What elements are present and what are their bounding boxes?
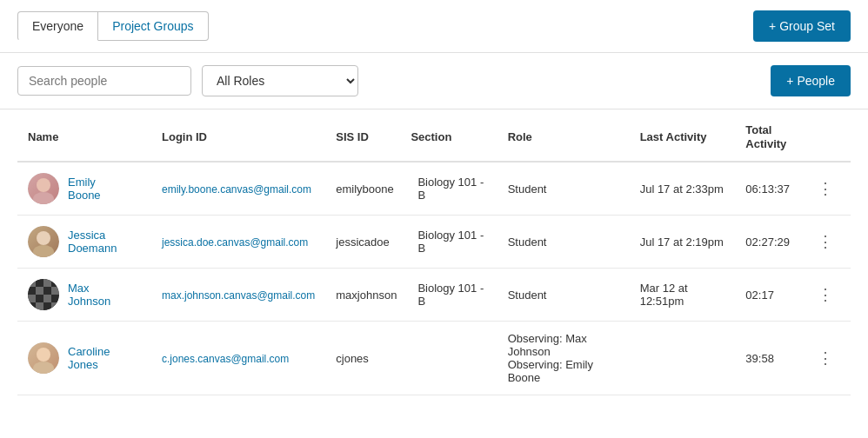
cell-total-activity: 02:27:29 xyxy=(735,216,800,269)
person-link[interactable]: CarolineJones xyxy=(68,345,110,371)
svg-rect-7 xyxy=(43,279,51,287)
row-more-button[interactable]: ⋮ xyxy=(811,176,840,202)
svg-point-3 xyxy=(33,245,54,257)
cell-role: Observing: Max JohnsonObserving: Emily B… xyxy=(497,322,630,395)
person-link[interactable]: MaxJohnson xyxy=(68,282,110,308)
avatar xyxy=(28,173,59,204)
people-table: Name Login ID SIS ID Section Role Last A… xyxy=(17,110,851,395)
col-section[interactable]: Section xyxy=(411,130,451,143)
cell-last-activity: Jul 17 at 2:33pm xyxy=(630,162,736,216)
search-controls: All Roles Student Teacher TA Observer De… xyxy=(17,65,358,96)
col-role: Role xyxy=(497,110,630,162)
table-row: JessicaDoemann jessica.doe.canvas@gmail.… xyxy=(17,216,851,269)
col-section-wrap: Section xyxy=(407,110,497,162)
people-table-container: Name Login ID SIS ID Section Role Last A… xyxy=(0,110,868,395)
cell-login-id: jessicadoe xyxy=(325,216,407,269)
cell-role: Student xyxy=(497,216,630,269)
svg-point-0 xyxy=(37,178,50,192)
col-login-id: Login ID xyxy=(151,110,325,162)
cell-section: Biology 101 - B xyxy=(407,269,497,322)
email-text: c.jones.canvas@gmail.com xyxy=(162,353,289,365)
row-more-button[interactable]: ⋮ xyxy=(811,345,840,371)
avatar xyxy=(28,226,59,257)
cell-role: Student xyxy=(497,269,630,322)
cell-section: Biology 101 - B xyxy=(407,216,497,269)
svg-rect-11 xyxy=(43,295,51,302)
col-name: Name xyxy=(17,110,151,162)
svg-point-1 xyxy=(33,192,54,204)
table-row: MaxJohnson max.johnson.canvas@gmail.com … xyxy=(17,269,851,322)
cell-name: MaxJohnson xyxy=(17,269,151,322)
cell-login-id: emilyboone xyxy=(325,162,407,216)
col-last-activity: Last Activity xyxy=(630,110,736,162)
cell-email: emily.boone.canvas@gmail.com xyxy=(151,162,325,216)
search-input[interactable] xyxy=(17,66,191,96)
svg-rect-10 xyxy=(36,302,43,310)
search-bar: All Roles Student Teacher TA Observer De… xyxy=(0,53,868,110)
svg-point-14 xyxy=(33,362,54,374)
col-actions xyxy=(800,110,851,162)
cell-name: EmilyBoone xyxy=(17,162,151,216)
tabs: Everyone Project Groups xyxy=(17,11,209,41)
table-row: CarolineJones c.jones.canvas@gmail.com c… xyxy=(17,322,851,395)
cell-last-activity: Mar 12 at 12:51pm xyxy=(630,269,736,322)
add-people-button[interactable]: + People xyxy=(771,65,851,96)
svg-point-2 xyxy=(37,231,50,245)
avatar xyxy=(28,342,59,374)
cell-actions: ⋮ xyxy=(800,162,851,216)
svg-rect-6 xyxy=(36,287,43,295)
svg-point-13 xyxy=(37,348,50,362)
cell-login-id: maxjohnson xyxy=(325,269,407,322)
col-sis-id: SIS ID xyxy=(325,110,407,162)
group-set-button[interactable]: + Group Set xyxy=(753,10,851,42)
col-total-activity: TotalActivity xyxy=(735,110,800,162)
cell-actions: ⋮ xyxy=(800,269,851,322)
svg-rect-9 xyxy=(28,295,36,302)
cell-total-activity: 06:13:37 xyxy=(735,162,800,216)
cell-email: max.johnson.canvas@gmail.com xyxy=(151,269,325,322)
top-bar: Everyone Project Groups + Group Set xyxy=(0,0,868,53)
cell-role: Student xyxy=(497,162,630,216)
cell-name: CarolineJones xyxy=(17,322,151,395)
svg-rect-8 xyxy=(51,287,59,295)
cell-email: c.jones.canvas@gmail.com xyxy=(151,322,325,395)
cell-last-activity: Jul 17 at 2:19pm xyxy=(630,216,736,269)
row-more-button[interactable]: ⋮ xyxy=(811,282,840,308)
cell-email: jessica.doe.canvas@gmail.com xyxy=(151,216,325,269)
person-link[interactable]: JessicaDoemann xyxy=(68,229,117,255)
cell-last-activity xyxy=(630,322,736,395)
cell-login-id: cjones xyxy=(325,322,407,395)
cell-actions: ⋮ xyxy=(800,216,851,269)
row-more-button[interactable]: ⋮ xyxy=(811,229,840,255)
email-text: jessica.doe.canvas@gmail.com xyxy=(162,236,308,249)
cell-section xyxy=(407,322,497,395)
svg-rect-12 xyxy=(51,302,59,310)
cell-total-activity: 02:17 xyxy=(735,269,800,322)
avatar xyxy=(28,279,59,310)
cell-total-activity: 39:58 xyxy=(735,322,800,395)
table-row: EmilyBoone emily.boone.canvas@gmail.com … xyxy=(17,162,851,216)
roles-dropdown[interactable]: All Roles Student Teacher TA Observer De… xyxy=(202,65,358,96)
svg-rect-5 xyxy=(28,279,36,287)
person-link[interactable]: EmilyBoone xyxy=(68,176,101,202)
email-text: max.johnson.canvas@gmail.com xyxy=(162,289,315,302)
email-text: emily.boone.canvas@gmail.com xyxy=(162,183,311,196)
cell-actions: ⋮ xyxy=(800,322,851,395)
cell-section: Biology 101 - B xyxy=(407,162,497,216)
tab-project-groups[interactable]: Project Groups xyxy=(98,11,208,41)
table-header-row: Name Login ID SIS ID Section Role Last A… xyxy=(17,110,851,162)
tab-everyone[interactable]: Everyone xyxy=(17,11,98,41)
cell-name: JessicaDoemann xyxy=(17,216,151,269)
